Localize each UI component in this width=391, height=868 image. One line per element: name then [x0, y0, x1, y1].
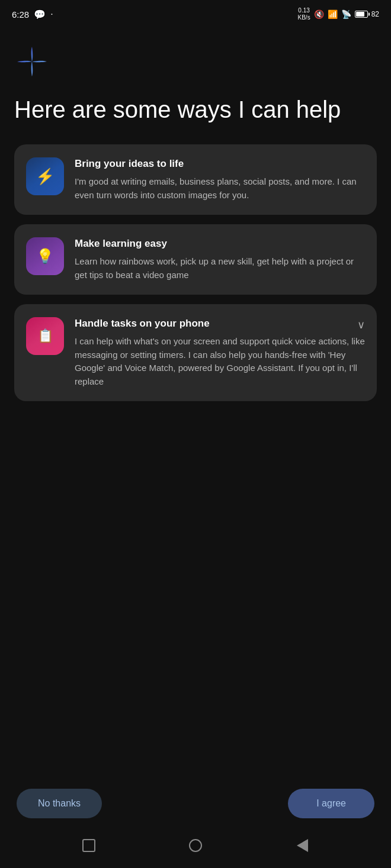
status-right: 0.13KB/s 🔇 📶 📡 82: [298, 7, 379, 21]
time-display: 6:28: [12, 9, 29, 20]
home-icon: [189, 839, 202, 852]
signal-icon: 📶: [328, 9, 338, 19]
nav-back-button[interactable]: [291, 835, 313, 856]
bottom-bar: No thanks I agree: [0, 779, 391, 868]
whatsapp-icon: 💬: [34, 9, 46, 20]
learning-card-description: Learn how rainbows work, pick up a new s…: [75, 255, 365, 282]
gemini-logo: [14, 44, 50, 79]
content-area: Here are some ways I can help ⚡ Bring yo…: [0, 26, 391, 508]
data-speed: 0.13KB/s: [298, 7, 310, 21]
battery-icon: [355, 11, 368, 18]
tasks-card-text: Handle tasks on your phone ∨ I can help …: [75, 317, 365, 388]
status-left: 6:28 💬 ·: [12, 9, 53, 20]
learning-card-text: Make learning easy Learn how rainbows wo…: [75, 237, 365, 282]
card-learning: 💡 Make learning easy Learn how rainbows …: [14, 224, 377, 295]
chevron-down-icon[interactable]: ∨: [357, 318, 365, 331]
card-tasks: 📋 Handle tasks on your phone ∨ I can hel…: [14, 304, 377, 401]
tasks-card-title: Handle tasks on your phone: [75, 317, 350, 330]
dot-separator: ·: [50, 9, 53, 20]
ideas-card-text: Bring your ideas to life I'm good at wri…: [75, 157, 365, 202]
mute-icon: 🔇: [314, 9, 324, 19]
wifi-icon: 📡: [341, 9, 351, 19]
learning-card-title: Make learning easy: [75, 237, 365, 250]
card-ideas: ⚡ Bring your ideas to life I'm good at w…: [14, 144, 377, 215]
ideas-icon-wrapper: ⚡: [26, 157, 64, 195]
bulb-icon: 💡: [36, 248, 54, 264]
ideas-card-description: I'm good at writing emails, business pla…: [75, 175, 365, 202]
agree-button[interactable]: I agree: [288, 789, 374, 818]
battery-fill: [356, 12, 365, 17]
main-content: Here are some ways I can help ⚡ Bring yo…: [0, 26, 391, 401]
back-icon: [297, 839, 308, 852]
ideas-card-title: Bring your ideas to life: [75, 157, 365, 170]
learning-icon-wrapper: 💡: [26, 237, 64, 275]
tasks-card-description: I can help with what's on your screen an…: [75, 335, 365, 388]
tasks-header-row: Handle tasks on your phone ∨: [75, 317, 365, 335]
scroll-fade: [0, 508, 391, 531]
tasks-icon-wrapper: 📋: [26, 317, 64, 355]
page-title: Here are some ways I can help: [14, 96, 377, 123]
cards-container: ⚡ Bring your ideas to life I'm good at w…: [14, 144, 377, 401]
nav-bar: [0, 828, 391, 868]
bottom-buttons: No thanks I agree: [0, 779, 391, 828]
task-icon: 📋: [37, 328, 53, 344]
no-thanks-button[interactable]: No thanks: [17, 789, 102, 818]
nav-recent-button[interactable]: [78, 835, 100, 856]
battery-percent: 82: [371, 10, 379, 18]
status-bar: 6:28 💬 · 0.13KB/s 🔇 📶 📡 82: [0, 0, 391, 26]
recent-apps-icon: [82, 839, 95, 852]
lightning-icon: ⚡: [36, 167, 55, 186]
nav-home-button[interactable]: [185, 835, 206, 856]
